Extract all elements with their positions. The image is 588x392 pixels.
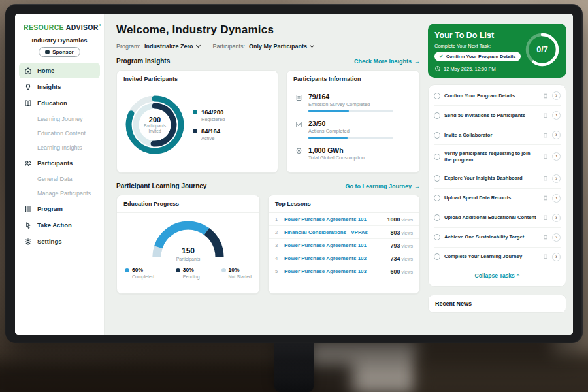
chevron-right-icon[interactable]: ›: [552, 253, 561, 261]
sponsor-icon: [45, 50, 50, 54]
task-checkbox[interactable]: [434, 214, 440, 221]
chevron-right-icon[interactable]: ›: [552, 131, 561, 139]
arrow-right-icon: →: [414, 58, 420, 65]
sidebar-item-participants[interactable]: Participants: [19, 155, 100, 171]
navy-dot-icon: [193, 129, 197, 133]
sidebar-item-insights[interactable]: Insights: [19, 79, 100, 95]
sidebar-item-manage-participants[interactable]: Manage Participants: [15, 186, 104, 201]
sidebar-item-take-action[interactable]: Take Action: [19, 218, 100, 233]
check-more-insights-link[interactable]: Check More Insights →: [354, 58, 420, 65]
lesson-row: 3 Power Purchase Agreements 101 793views: [269, 239, 419, 252]
chevron-down-icon: [195, 43, 200, 48]
lesson-link[interactable]: Power Purchase Agreements 101: [284, 216, 383, 222]
task-checkbox[interactable]: [434, 234, 440, 240]
sponsor-label: Sponsor: [52, 49, 73, 55]
lesson-link[interactable]: Financial Considerations - VPPAs: [284, 229, 386, 235]
top-lessons-card: Top Lessons 1 Power Purchase Agreements …: [268, 195, 420, 294]
check-icon: ✓: [439, 54, 444, 59]
sidebar-item-education-content[interactable]: Education Content: [15, 126, 104, 140]
todo-task[interactable]: Verify participants requesting to join t…: [434, 145, 561, 169]
progress-fill: [308, 137, 348, 139]
clock-icon: [434, 65, 441, 72]
todo-task[interactable]: Upload Additional Educational Content ›: [434, 208, 561, 228]
legend-item-active: 84/164 Active: [193, 127, 225, 141]
lesson-link[interactable]: Power Purchase Agreements 101: [284, 242, 386, 248]
todo-task[interactable]: Invite a Collaborator ›: [434, 125, 561, 145]
task-doc-icon: [543, 195, 548, 201]
chevron-right-icon[interactable]: ›: [552, 91, 561, 100]
logo-resource: RESOURCE: [24, 24, 64, 31]
sidebar-item-education[interactable]: Education: [19, 95, 100, 111]
todo-task[interactable]: Upload Spend Data Records ›: [434, 189, 561, 208]
progress-track: [308, 110, 393, 112]
task-checkbox[interactable]: [434, 93, 440, 99]
card-title: Education Progress: [117, 195, 259, 213]
arrow-right-icon: →: [414, 183, 420, 189]
education-legend: 60%Completed 30%Pending 10%Not Started: [117, 262, 259, 280]
next-task-pill[interactable]: ✓ Confirm Your Program Details: [434, 52, 521, 61]
learning-cards-row: Education Progress 150 Participants: [116, 195, 420, 294]
chevron-right-icon[interactable]: ›: [552, 214, 561, 222]
background-right-shadow: [418, 353, 588, 392]
todo-task[interactable]: Send 50 Invitations to Participants ›: [434, 106, 561, 125]
participants-filter-dropdown[interactable]: Only My Participants: [249, 43, 314, 50]
gear-icon: [24, 238, 32, 246]
nav-label: Home: [37, 67, 54, 74]
task-checkbox[interactable]: [434, 132, 440, 139]
chevron-right-icon[interactable]: ›: [552, 233, 561, 242]
learning-journey-header: Participant Learning Journey Go to Learn…: [116, 182, 420, 189]
chevron-right-icon[interactable]: ›: [552, 111, 561, 120]
todo-task[interactable]: Confirm Your Program Details ›: [434, 86, 561, 106]
lesson-link[interactable]: Power Purchase Agreements 103: [284, 269, 386, 274]
chevron-down-icon: [310, 43, 314, 48]
education-gauge-chart: 150 Participants: [148, 218, 229, 262]
lesson-link[interactable]: Power Purchase Agreements 102: [284, 255, 386, 261]
task-checkbox[interactable]: [434, 253, 440, 260]
todo-task[interactable]: Complete Your Learning Journey ›: [434, 248, 561, 267]
task-checkbox[interactable]: [434, 175, 440, 182]
stat-actions-completed: 23/50 Actions Completed: [287, 115, 419, 142]
logo-plus: +: [99, 22, 102, 28]
sidebar-item-learning-insights[interactable]: Learning Insights: [15, 140, 104, 155]
collapse-tasks-button[interactable]: Collapse Tasks ^: [434, 267, 561, 285]
sidebar-item-settings[interactable]: Settings: [19, 234, 100, 250]
location-pin-icon: [295, 147, 303, 155]
legend-item-pending: 30%Pending: [176, 267, 200, 280]
todo-task-list: Confirm Your Program Details › Send 50 I…: [428, 84, 566, 287]
recent-news-card[interactable]: Recent News: [428, 295, 566, 313]
gauge-center-label: Participants: [176, 257, 201, 261]
todo-task[interactable]: Achieve One Sustainability Target ›: [434, 228, 561, 248]
sidebar-nav: Home Insights Education Learning Journey…: [15, 63, 104, 250]
sidebar-item-home[interactable]: Home: [19, 63, 100, 78]
task-checkbox[interactable]: [434, 195, 440, 201]
sidebar-item-general-data[interactable]: General Data: [15, 172, 104, 186]
task-checkbox[interactable]: [434, 112, 440, 119]
legend-item-completed: 60%Completed: [125, 267, 154, 280]
chevron-right-icon[interactable]: ›: [552, 174, 561, 183]
todo-progress-value: 0/7: [525, 32, 560, 67]
monitor-bezel: RESOURCE ADVISOR+ Industry Dynamics Spon…: [5, 4, 583, 343]
chevron-up-icon: ^: [516, 272, 519, 279]
nav-label: Participants: [37, 159, 73, 167]
sidebar-item-program[interactable]: Program: [19, 201, 100, 217]
task-checkbox[interactable]: [434, 154, 440, 160]
card-title: Top Lessons: [269, 195, 419, 213]
page-title: Welcome, Industry Dynamics: [116, 24, 420, 37]
org-name: Industry Dynamics: [15, 37, 104, 44]
card-title: Invited Participants: [117, 71, 278, 88]
nav-label: Program: [37, 205, 63, 212]
progress-fill: [308, 110, 349, 112]
go-to-learning-journey-link[interactable]: Go to Learning Journey →: [345, 183, 420, 189]
progress-track: [308, 137, 393, 139]
chevron-right-icon[interactable]: ›: [552, 152, 561, 161]
program-insights-header: Program Insights Check More Insights →: [116, 57, 420, 65]
teal-dot-icon: [193, 110, 197, 114]
gauge-center-value: 150: [148, 246, 229, 255]
todo-task[interactable]: Explore Your Insights Dashboard ›: [434, 169, 561, 189]
sidebar-item-learning-journey[interactable]: Learning Journey: [15, 112, 104, 126]
chevron-right-icon[interactable]: ›: [552, 194, 561, 203]
lesson-row: 1 Power Purchase Agreements 101 1000view…: [269, 213, 419, 226]
education-progress-card: Education Progress 150 Participants: [116, 195, 260, 294]
program-filter-dropdown[interactable]: Industrialize Zero: [144, 43, 200, 50]
home-icon: [24, 67, 32, 74]
